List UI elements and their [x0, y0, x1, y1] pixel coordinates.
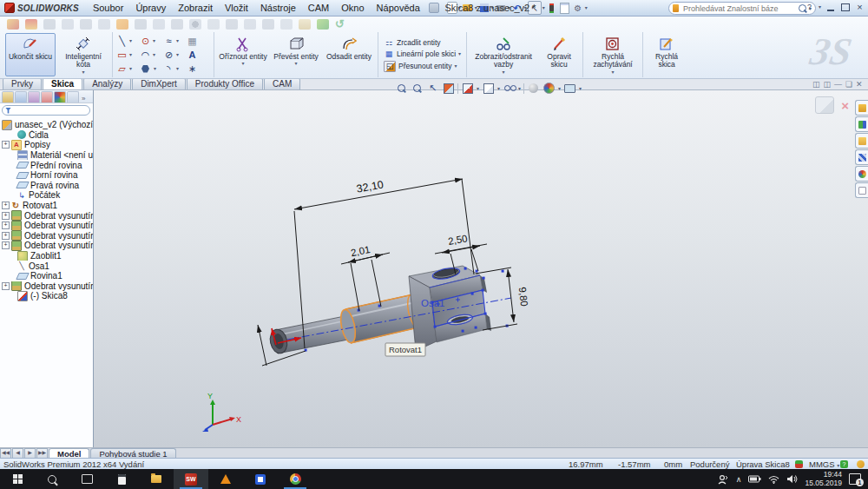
knowledge-search[interactable]: ▾ — [668, 2, 816, 15]
line-caret-icon[interactable]: ▾ — [129, 38, 132, 43]
select-tool-icon[interactable]: ↖ — [528, 1, 542, 15]
expand-icon[interactable]: + — [2, 202, 10, 209]
resources-tab[interactable] — [855, 100, 868, 116]
legacy-revolve-icon[interactable] — [25, 19, 37, 30]
legacy-mirror-icon[interactable] — [244, 19, 256, 30]
expand-icon[interactable]: + — [2, 232, 10, 240]
tree-item-material[interactable]: Materiál <není určen> — [2, 150, 93, 161]
tree-item-root[interactable]: unasec_v2 (Výchozí<<Vých — [2, 120, 93, 130]
save-icon[interactable] — [478, 2, 490, 14]
tree-item-rovina1[interactable]: Rovina1 — [2, 271, 93, 281]
pin-menubar-icon[interactable] — [429, 3, 439, 13]
action-center-icon[interactable]: 1 — [849, 473, 861, 485]
linear-pattern-button[interactable]: ▦ Lineární pole skici ▾ — [382, 50, 463, 59]
legacy-cube2-icon[interactable] — [226, 19, 238, 30]
three-point-arc-icon[interactable]: ◝ — [163, 63, 174, 75]
expand-icon[interactable]: + — [2, 241, 10, 249]
circle-tool-icon[interactable]: ⊙ — [140, 36, 151, 47]
dim-step[interactable]: 2,01 — [350, 244, 371, 258]
legacy-shell-icon[interactable] — [171, 19, 183, 30]
smart-dimension-button[interactable]: Inteligentní kóta ▾ — [58, 33, 108, 76]
tray-chevron-icon[interactable]: ∧ — [736, 475, 742, 484]
rectangle-caret-icon[interactable]: ▾ — [129, 52, 132, 57]
paint-app-icon[interactable] — [243, 469, 278, 489]
chrome-icon[interactable] — [278, 469, 312, 489]
help-icon[interactable]: ? — [804, 2, 815, 12]
graphics-area[interactable]: 32,10 2,01 2,50 9,80 Osa1 Rotovat1 — [94, 89, 868, 447]
arc-tool-icon[interactable]: ◠ — [140, 50, 151, 61]
rectangle-tool-icon[interactable]: ▭ — [116, 50, 128, 61]
tree-item-odebrat2[interactable]: + Odebrat vysunutím2 — [2, 221, 93, 231]
open-caret-icon[interactable]: ▾ — [475, 5, 477, 10]
taskbar-search-icon[interactable] — [35, 469, 69, 489]
doc-split1-icon[interactable]: ◫ — [812, 80, 820, 89]
select-caret-icon[interactable]: ▾ — [542, 5, 545, 10]
tree-item-skica8[interactable]: (-) Skica8 — [2, 291, 93, 301]
fm-tabs-overflow-icon[interactable]: » — [82, 95, 85, 102]
arc-caret-icon[interactable]: ▾ — [153, 52, 155, 57]
dim-overall-length[interactable]: 32,10 — [356, 178, 385, 195]
trim-entities-button[interactable]: Oříznout entity ▾ — [218, 33, 268, 76]
tree-item-rotovat1[interactable]: + ↻ Rotovat1 — [2, 201, 93, 211]
apply-scene-caret-icon[interactable]: ▾ — [558, 86, 561, 91]
tree-item-horni-rovina[interactable]: Horní rovina — [2, 170, 93, 181]
cancel-sketch-icon[interactable]: × — [841, 98, 849, 113]
expand-icon[interactable]: + — [2, 212, 10, 220]
dim-slot-width[interactable]: 2,50 — [447, 233, 468, 247]
task-view-icon[interactable] — [69, 469, 104, 489]
new-document-icon[interactable] — [447, 2, 457, 14]
legacy-chamfer-icon[interactable] — [153, 19, 165, 30]
display-style-caret-icon[interactable]: ▾ — [497, 86, 500, 91]
slot-tool-icon[interactable]: ▱ — [116, 63, 128, 75]
move-entities-button[interactable]: ◱ Přesunout entity ▾ — [382, 61, 463, 72]
propertymanager-tab[interactable] — [15, 91, 27, 102]
units-selector[interactable]: MMGS ▾ — [809, 459, 839, 469]
close-button[interactable]: × — [854, 2, 865, 12]
view-orientation-icon[interactable] — [461, 82, 474, 95]
appearances-tab[interactable] — [855, 166, 868, 182]
ellipse-caret-icon[interactable]: ▾ — [176, 52, 179, 57]
tab-analyzy[interactable]: Analýzy — [83, 78, 131, 89]
polygon-tool-icon[interactable] — [141, 65, 149, 73]
convert-caret-icon[interactable]: ▾ — [294, 61, 297, 66]
menu-cam[interactable]: CAM — [302, 2, 335, 14]
legacy-loft-icon[interactable] — [62, 19, 74, 30]
vlc-icon[interactable] — [208, 469, 243, 489]
people-icon[interactable] — [718, 474, 729, 485]
wifi-icon[interactable] — [768, 475, 779, 484]
spline-tool-icon[interactable]: ≈ — [163, 36, 174, 46]
dim-fork-height[interactable]: 9,80 — [517, 287, 530, 307]
view-orientation-caret-icon[interactable]: ▾ — [477, 86, 479, 91]
quick-tips-icon[interactable]: ? — [840, 460, 848, 468]
doc-restore-icon[interactable]: ❏ — [845, 80, 852, 89]
legacy-boss-icon[interactable] — [80, 19, 92, 30]
undo-caret-icon[interactable]: ▾ — [524, 5, 527, 10]
ellipse-tool-icon[interactable]: ⊘ — [163, 50, 174, 61]
view-settings-icon[interactable] — [563, 82, 576, 95]
tree-filter-input[interactable] — [2, 105, 90, 116]
expand-icon[interactable]: + — [2, 282, 10, 290]
text-tool-icon[interactable]: A — [187, 50, 198, 60]
file-properties-icon[interactable] — [559, 2, 571, 14]
help-caret-icon[interactable]: ▾ — [819, 4, 821, 10]
filter-tab[interactable] — [67, 91, 79, 102]
new-caret-icon[interactable]: ▾ — [458, 5, 461, 10]
tree-item-predni-rovina[interactable]: Přední rovina — [2, 160, 93, 170]
menu-nastroje[interactable]: Nástroje — [254, 2, 302, 14]
offset-entities-button[interactable]: Odsadit entity — [324, 33, 374, 76]
convert-entities-button[interactable]: Převést entity ▾ — [271, 33, 321, 76]
tab-skica[interactable]: Skica — [43, 78, 82, 89]
tree-item-popisy[interactable]: + A Popisy — [2, 140, 93, 150]
previous-view-icon[interactable]: ↖ — [426, 82, 439, 95]
legacy-sketch-icon[interactable] — [7, 19, 19, 30]
legacy-draft-icon[interactable] — [280, 19, 293, 30]
restore-button[interactable] — [839, 2, 851, 12]
featuremanager-tree-tab[interactable] — [2, 91, 14, 102]
tree-item-odebrat3[interactable]: + Odebrat vysunutím3 — [2, 231, 93, 241]
file-explorer-tab[interactable] — [855, 133, 868, 149]
menu-okno[interactable]: Okno — [335, 2, 370, 14]
legacy-pattern-icon[interactable] — [262, 19, 274, 30]
undo-icon[interactable]: ↶ — [511, 2, 523, 14]
legacy-cut-icon[interactable] — [98, 19, 110, 30]
tree-item-osa1[interactable]: ╲ Osa1 — [2, 261, 93, 271]
